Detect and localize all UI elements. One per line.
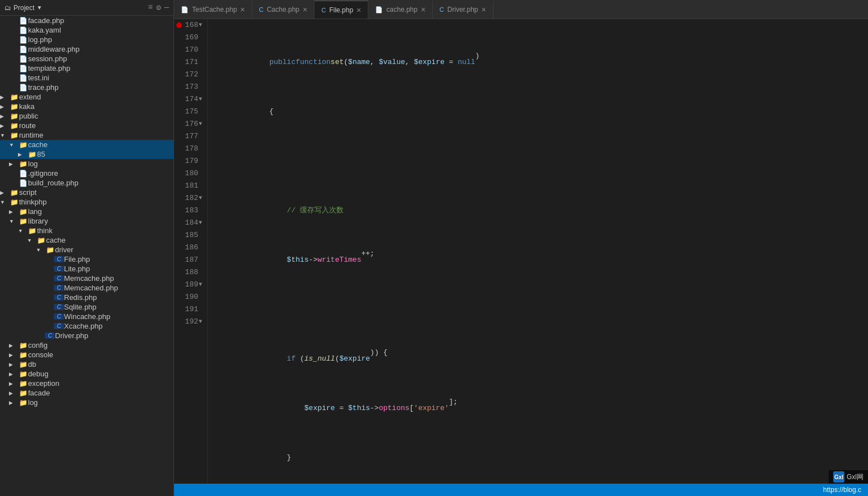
watermark-label: Gxl网 bbox=[847, 472, 864, 482]
tree-item-85[interactable]: ▶ 📁 85 bbox=[0, 149, 173, 159]
tree-item-wincache-php[interactable]: C Wincache.php bbox=[0, 312, 173, 321]
tree-item-file-php[interactable]: C File.php bbox=[0, 254, 173, 264]
line-num-173: 173 bbox=[174, 81, 203, 93]
editor-area: 📄 TestCache.php × C Cache.php × C File.p… bbox=[174, 0, 868, 496]
tree-item-session-php[interactable]: 📄 session.php bbox=[0, 54, 173, 63]
tree-item-extend[interactable]: ▶ 📁 extend bbox=[0, 92, 173, 102]
tree-item-sqlite-php[interactable]: C Sqlite.php bbox=[0, 302, 173, 312]
line-num-191: 191 bbox=[174, 303, 203, 316]
code-line-172: $this->writeTimes++; bbox=[217, 254, 868, 266]
tab-close-driver[interactable]: × bbox=[482, 6, 486, 13]
fold-192[interactable]: ▼ bbox=[199, 316, 202, 328]
fold-174[interactable]: ▼ bbox=[199, 93, 202, 106]
line-num-190: 190 bbox=[174, 291, 203, 303]
code-content[interactable]: public function set($name, $value, $expi… bbox=[208, 19, 868, 484]
tree-item-trace-php[interactable]: 📄 trace.php bbox=[0, 83, 173, 92]
tree-item-log-php[interactable]: 📄 log.php bbox=[0, 35, 173, 44]
code-line-169: { bbox=[217, 106, 868, 118]
tree-item-debug[interactable]: ▶ 📁 debug bbox=[0, 369, 173, 379]
tab-file[interactable]: C File.php × bbox=[314, 1, 368, 19]
code-line-168: public function set($name, $value, $expi… bbox=[217, 56, 868, 69]
collapse-icon[interactable]: ≡ bbox=[148, 3, 153, 12]
fold-189[interactable]: ▼ bbox=[199, 279, 202, 291]
code-line-173 bbox=[217, 303, 868, 316]
tree-item-middleware-php[interactable]: 📄 middleware.php bbox=[0, 44, 173, 54]
tree-item-gitignore[interactable]: 📄 .gitignore bbox=[0, 169, 173, 178]
tree-item-public[interactable]: ▶ 📁 public bbox=[0, 111, 173, 121]
tab-icon-test-cache: 📄 bbox=[181, 6, 189, 13]
tree-item-config[interactable]: ▶ 📁 config bbox=[0, 340, 173, 350]
tree-item-log[interactable]: ▶ 📁 log bbox=[0, 159, 173, 169]
tree-item-memcache-php[interactable]: C Memcache.php bbox=[0, 274, 173, 283]
tree-item-lang[interactable]: ▶ 📁 lang bbox=[0, 207, 173, 216]
status-url: https://blog.c bbox=[823, 486, 861, 494]
tree-item-facade[interactable]: ▶ 📁 facade bbox=[0, 388, 173, 398]
tree-item-build-route[interactable]: 📄 build_route.php bbox=[0, 178, 173, 188]
sidebar-title: 🗂 Project ▼ bbox=[4, 4, 42, 12]
tree-item-db[interactable]: ▶ 📁 db bbox=[0, 360, 173, 369]
tree-item-console[interactable]: ▶ 📁 console bbox=[0, 350, 173, 360]
line-num-180: 180 bbox=[174, 167, 203, 180]
tree-item-xcache-php[interactable]: C Xcache.php bbox=[0, 321, 173, 331]
tab-close-cache2[interactable]: × bbox=[421, 6, 426, 13]
tab-icon-file: C bbox=[321, 7, 326, 13]
breakpoint-168 bbox=[176, 22, 182, 28]
tab-close-file[interactable]: × bbox=[357, 6, 361, 14]
tree-item-log2[interactable]: ▶ 📁 log bbox=[0, 398, 173, 407]
tab-cache[interactable]: C Cache.php × bbox=[252, 1, 314, 19]
chevron-down-icon: ▼ bbox=[36, 4, 42, 11]
tree-item-exception[interactable]: ▶ 📁 exception bbox=[0, 379, 173, 388]
tree-item-think[interactable]: ▼ 📁 think bbox=[0, 226, 173, 235]
line-num-184: 184 ▼ bbox=[174, 217, 203, 229]
line-num-186: 186 bbox=[174, 242, 203, 254]
tree-item-kaka[interactable]: ▶ 📁 kaka bbox=[0, 102, 173, 111]
sidebar: 🗂 Project ▼ ≡ ⚙ — 📄 facade.php 📄 kaka.ya… bbox=[0, 0, 174, 496]
line-num-171: 171 bbox=[174, 56, 203, 69]
tree-item-script[interactable]: ▶ 📁 script bbox=[0, 188, 173, 197]
code-line-171: // 缓存写入次数 bbox=[217, 204, 868, 217]
tree-item-runtime[interactable]: ▼ 📁 runtime bbox=[0, 130, 173, 140]
tree-item-facade-php[interactable]: 📄 facade.php bbox=[0, 16, 173, 25]
code-editor[interactable]: 168 ▼ 169 170 171 172 173 174 ▼ 175 176 … bbox=[174, 19, 868, 484]
tab-label-file: File.php bbox=[329, 6, 353, 14]
settings-icon[interactable]: ⚙ bbox=[156, 3, 161, 12]
sidebar-actions: ≡ ⚙ — bbox=[148, 3, 169, 12]
tree-item-template-php[interactable]: 📄 template.php bbox=[0, 63, 173, 73]
line-num-178: 178 bbox=[174, 143, 203, 155]
tab-icon-cache: C bbox=[259, 6, 263, 13]
tab-cache2[interactable]: 📄 cache.php × bbox=[368, 1, 433, 19]
tree-item-driver-php[interactable]: C Driver.php bbox=[0, 331, 173, 340]
line-num-177: 177 bbox=[174, 130, 203, 143]
tree-item-memcached-php[interactable]: C Memcached.php bbox=[0, 283, 173, 293]
status-right: https://blog.c bbox=[823, 486, 861, 494]
tab-driver[interactable]: C Driver.php × bbox=[433, 1, 494, 19]
tree-item-lite-php[interactable]: C Lite.php bbox=[0, 264, 173, 274]
tree-item-driver[interactable]: ▼ 📁 driver bbox=[0, 245, 173, 254]
sidebar-header: 🗂 Project ▼ ≡ ⚙ — bbox=[0, 0, 173, 16]
tab-close-test-cache[interactable]: × bbox=[240, 6, 245, 13]
tree-item-library[interactable]: ▼ 📁 library bbox=[0, 216, 173, 226]
line-num-169: 169 bbox=[174, 31, 203, 44]
code-line-170 bbox=[217, 155, 868, 167]
tab-close-cache[interactable]: × bbox=[303, 6, 307, 13]
tree-item-redis-php[interactable]: C Redis.php bbox=[0, 293, 173, 302]
code-line-176: } bbox=[217, 452, 868, 464]
fold-182[interactable]: ▼ bbox=[199, 192, 202, 204]
tab-icon-cache2: 📄 bbox=[375, 6, 383, 13]
tree-item-cache[interactable]: ▼ 📁 cache bbox=[0, 140, 173, 149]
line-num-185: 185 bbox=[174, 229, 203, 242]
fold-184[interactable]: ▼ bbox=[199, 217, 202, 229]
tree-item-cache-nested[interactable]: ▼ 📁 cache bbox=[0, 235, 173, 245]
line-num-183: 183 bbox=[174, 204, 203, 217]
tree-item-kaka-yaml[interactable]: 📄 kaka.yaml bbox=[0, 25, 173, 35]
tree-item-test-ini[interactable]: 📄 test.ini bbox=[0, 73, 173, 83]
status-bar: https://blog.c bbox=[174, 484, 868, 496]
tree-item-route[interactable]: ▶ 📁 route bbox=[0, 121, 173, 130]
line-num-174: 174 ▼ bbox=[174, 93, 203, 106]
tab-label-cache2: cache.php bbox=[386, 6, 417, 13]
tab-test-cache[interactable]: 📄 TestCache.php × bbox=[174, 1, 252, 19]
tree-item-thinkphp[interactable]: ▼ 📁 thinkphp bbox=[0, 197, 173, 207]
minimize-icon[interactable]: — bbox=[165, 3, 169, 12]
fold-168[interactable]: ▼ bbox=[199, 19, 202, 31]
fold-176[interactable]: ▼ bbox=[199, 118, 202, 130]
